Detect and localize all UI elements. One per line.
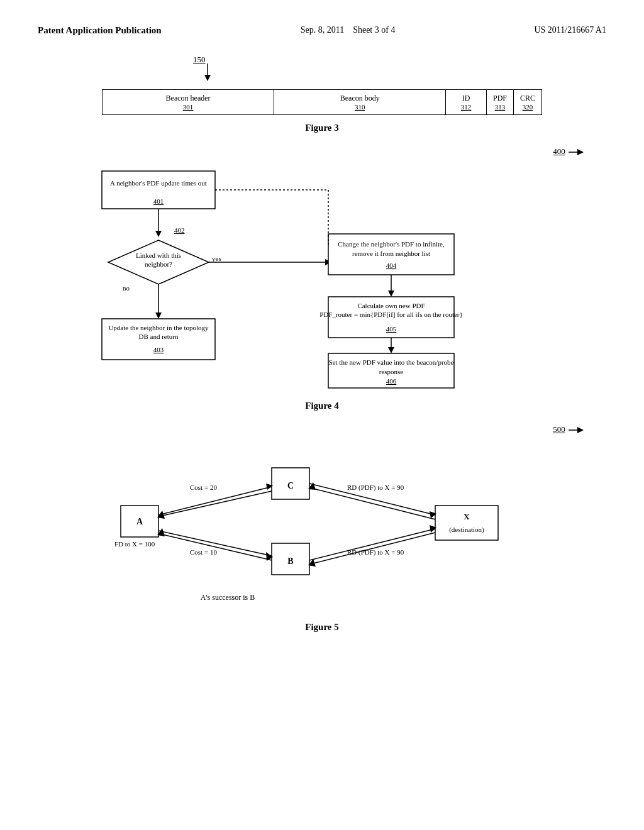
beacon-header-num: 301: [109, 103, 267, 111]
svg-text:B: B: [287, 556, 293, 566]
fig5-ref-area: 500: [38, 424, 587, 436]
svg-text:(destination): (destination): [449, 526, 484, 534]
header-center: Sep. 8, 2011 Sheet 3 of 4: [301, 25, 396, 35]
svg-marker-42: [577, 427, 584, 433]
beacon-table: Beacon header 301 Beacon body 310 ID 312…: [102, 89, 542, 115]
crc-cell: CRC 320: [513, 90, 541, 115]
svg-text:neighbor?: neighbor?: [145, 260, 172, 268]
svg-text:C: C: [287, 481, 294, 490]
svg-marker-28: [388, 290, 394, 297]
svg-text:Cost = 20: Cost = 20: [190, 484, 217, 491]
svg-text:remove it from neighbor list: remove it from neighbor list: [352, 250, 430, 257]
svg-text:A: A: [136, 517, 143, 526]
svg-text:Change the neighbor's PDF to i: Change the neighbor's PDF to infinite,: [338, 240, 445, 248]
svg-text:405: 405: [386, 325, 397, 333]
figure3-area: 150 Beacon header 301 Beacon body 310: [102, 55, 542, 133]
svg-rect-49: [435, 506, 498, 540]
svg-line-54: [160, 491, 272, 516]
svg-line-62: [311, 488, 435, 519]
id-cell: ID 312: [446, 90, 487, 115]
svg-text:PDF_router = min{PDF[if] for a: PDF_router = min{PDF[if] for all ifs on …: [319, 311, 463, 318]
beacon-body-cell: Beacon body 310: [274, 90, 446, 115]
fig4-ref-area: 400: [38, 146, 587, 158]
svg-text:403: 403: [153, 346, 164, 353]
figure5-label: Figure 5: [38, 622, 606, 633]
figure5-svg: A C B X (destination): [102, 436, 542, 612]
svg-marker-18: [155, 313, 162, 319]
header-left: Patent Application Publication: [38, 25, 162, 36]
beacon-table-container: Beacon header 301 Beacon body 310 ID 312…: [102, 89, 542, 115]
svg-marker-3: [577, 149, 584, 155]
svg-text:FD to X = 100: FD to X = 100: [114, 540, 155, 548]
page: Patent Application Publication Sep. 8, 2…: [0, 0, 644, 830]
svg-text:404: 404: [386, 262, 397, 269]
figure5-container: 500 A C B X (destination): [38, 424, 606, 633]
header-date: Sep. 8, 2011: [301, 25, 344, 35]
svg-text:A neighbor's PDF update times : A neighbor's PDF update times out: [110, 179, 207, 187]
crc-num: 320: [520, 103, 535, 111]
svg-text:DB and return: DB and return: [139, 333, 179, 340]
svg-marker-1: [204, 75, 211, 81]
id-num: 312: [452, 103, 480, 111]
svg-text:Calculate own new PDF: Calculate own new PDF: [357, 302, 425, 309]
beacon-body-num: 310: [280, 103, 439, 111]
svg-text:Update the neighbor in the top: Update the neighbor in the topology: [108, 324, 209, 331]
fig4-ref-num: 400: [553, 147, 565, 156]
figure4-container: 400 A neighbor's PDF update times out 40…: [38, 146, 606, 411]
svg-text:406: 406: [386, 377, 397, 385]
svg-marker-34: [388, 347, 394, 353]
svg-text:Cost = 10: Cost = 10: [190, 548, 217, 556]
figure3-label: Figure 3: [102, 123, 542, 133]
svg-text:RD (PDF) to X = 90: RD (PDF) to X = 90: [347, 548, 404, 556]
svg-text:A's successor is B: A's successor is B: [201, 593, 255, 602]
crc-label: CRC: [520, 94, 535, 103]
svg-text:no: no: [123, 284, 130, 292]
id-label: ID: [452, 94, 480, 103]
svg-text:RD (PDF) to X = 90: RD (PDF) to X = 90: [347, 484, 404, 492]
fig5-ref-num: 500: [553, 424, 565, 434]
beacon-header-label: Beacon header: [109, 94, 267, 103]
pdf-label: PDF: [493, 94, 507, 103]
svg-marker-8: [155, 231, 162, 237]
header-right: US 2011/216667 A1: [534, 25, 606, 35]
svg-text:Set the new PDF value into the: Set the new PDF value into the beacon/pr…: [329, 358, 454, 366]
figure4-svg: A neighbor's PDF update times out 401 40…: [83, 158, 561, 391]
svg-text:401: 401: [153, 197, 164, 205]
svg-text:X: X: [464, 512, 470, 521]
beacon-header-cell: Beacon header 301: [103, 90, 274, 115]
page-header: Patent Application Publication Sep. 8, 2…: [38, 25, 606, 36]
svg-text:yes: yes: [212, 255, 221, 262]
pdf-num: 313: [493, 103, 507, 111]
figure4-label: Figure 4: [38, 401, 606, 411]
svg-text:402: 402: [174, 226, 185, 234]
svg-text:Linked with this: Linked with this: [136, 252, 181, 259]
beacon-body-label: Beacon body: [280, 94, 439, 103]
pdf-cell: PDF 313: [486, 90, 513, 115]
header-sheet: Sheet 3 of 4: [353, 25, 395, 35]
svg-line-58: [160, 534, 272, 560]
svg-text:response: response: [379, 368, 404, 375]
